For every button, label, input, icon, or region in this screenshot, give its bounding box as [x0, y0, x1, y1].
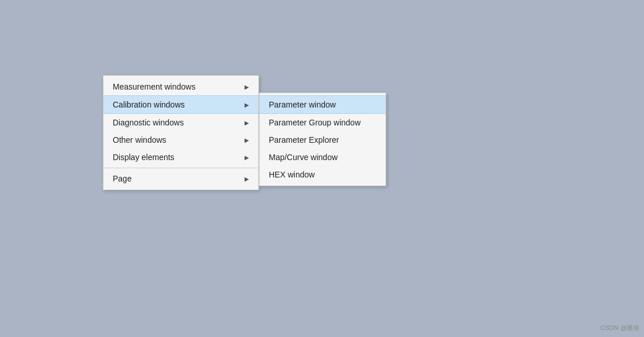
menu-separator [103, 168, 258, 168]
calibration-windows-arrow: ▶ [245, 102, 249, 108]
submenu-item-map-curve-window[interactable]: Map/Curve window [260, 149, 386, 166]
diagnostic-windows-label: Diagnostic windows [113, 118, 233, 127]
menu-item-display-elements[interactable]: Display elements ▶ [103, 149, 258, 166]
calibration-windows-label: Calibration windows [113, 100, 233, 109]
map-curve-window-label: Map/Curve window [269, 153, 338, 162]
menu-item-other-windows[interactable]: Other windows ▶ [103, 131, 258, 149]
watermark: CSDN @逐埃 [601, 324, 639, 332]
menu-item-diagnostic-windows[interactable]: Diagnostic windows ▶ [103, 114, 258, 131]
menu-item-page[interactable]: Page ▶ [103, 170, 258, 187]
measurement-windows-label: Measurement windows [113, 82, 233, 91]
display-elements-label: Display elements [113, 153, 233, 162]
calibration-submenu: Parameter window Parameter Group window … [259, 92, 386, 186]
measurement-windows-arrow: ▶ [245, 84, 249, 90]
hex-window-label: HEX window [269, 170, 314, 179]
other-windows-label: Other windows [113, 135, 233, 145]
other-windows-arrow: ▶ [245, 137, 249, 143]
menu-item-calibration-windows[interactable]: Calibration windows ▶ [103, 95, 258, 114]
page-label: Page [113, 174, 233, 183]
display-elements-arrow: ▶ [245, 154, 249, 161]
parameter-explorer-label: Parameter Explorer [269, 135, 339, 145]
submenu-item-hex-window[interactable]: HEX window [260, 166, 386, 183]
parameter-group-window-label: Parameter Group window [269, 118, 361, 127]
context-menu-container: Measurement windows ▶ Calibration window… [103, 75, 386, 190]
submenu-item-parameter-window[interactable]: Parameter window [260, 95, 386, 114]
page-arrow: ▶ [245, 176, 249, 182]
submenu-item-parameter-group-window[interactable]: Parameter Group window [260, 114, 386, 131]
parameter-window-label: Parameter window [269, 100, 336, 109]
submenu-item-parameter-explorer[interactable]: Parameter Explorer [260, 131, 386, 149]
diagnostic-windows-arrow: ▶ [245, 120, 249, 126]
primary-menu: Measurement windows ▶ Calibration window… [103, 75, 259, 190]
menu-item-measurement-windows[interactable]: Measurement windows ▶ [103, 78, 258, 95]
